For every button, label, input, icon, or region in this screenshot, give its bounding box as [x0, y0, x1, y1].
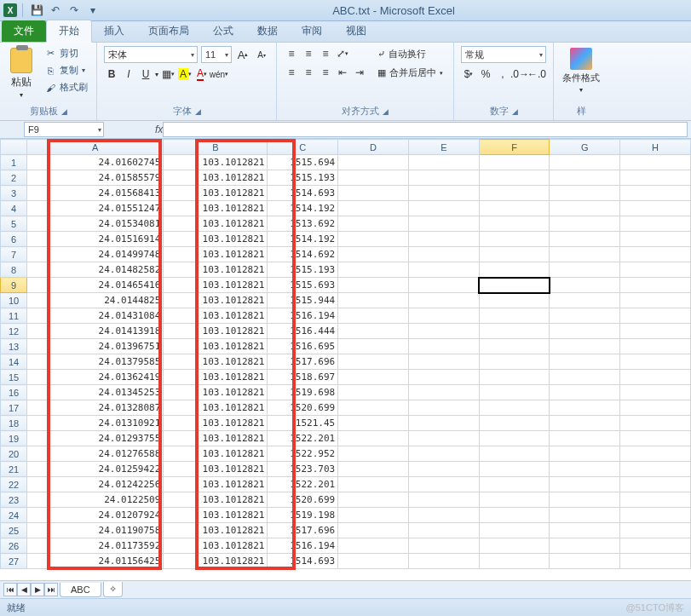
- cell[interactable]: [550, 232, 620, 247]
- cell[interactable]: [408, 339, 479, 354]
- cell[interactable]: 1516.695: [268, 339, 338, 354]
- cell[interactable]: [408, 324, 479, 339]
- cell[interactable]: [408, 155, 479, 170]
- cell[interactable]: 1518.697: [268, 370, 338, 385]
- cell[interactable]: 1522.952: [268, 446, 338, 462]
- cell[interactable]: [408, 278, 479, 293]
- cell[interactable]: [479, 446, 550, 462]
- cell[interactable]: [338, 247, 409, 262]
- cell[interactable]: [408, 370, 479, 385]
- bold-button[interactable]: B: [104, 66, 119, 82]
- cell[interactable]: 1522.201: [268, 477, 338, 492]
- row-header[interactable]: 13: [1, 339, 27, 354]
- cell[interactable]: [620, 354, 691, 370]
- cell[interactable]: 103.1012821: [164, 339, 268, 354]
- dialog-launcher[interactable]: ◢: [195, 107, 201, 116]
- cell[interactable]: [479, 216, 550, 232]
- cell[interactable]: [550, 523, 620, 538]
- cell[interactable]: [408, 216, 479, 232]
- cell[interactable]: [620, 431, 691, 446]
- cell[interactable]: [550, 538, 620, 554]
- cell[interactable]: [479, 416, 550, 431]
- cell[interactable]: 1519.698: [268, 385, 338, 400]
- cell[interactable]: [338, 523, 409, 538]
- cell[interactable]: [550, 554, 620, 569]
- cell[interactable]: [550, 370, 620, 385]
- cell[interactable]: 1514.693: [268, 554, 338, 569]
- cell[interactable]: [620, 400, 691, 416]
- cell[interactable]: [620, 155, 691, 170]
- cell[interactable]: [550, 186, 620, 201]
- increase-decimal-button[interactable]: .0→: [512, 66, 527, 82]
- cell[interactable]: 24.01534081: [27, 216, 164, 232]
- cell[interactable]: [620, 446, 691, 462]
- cell[interactable]: [408, 477, 479, 492]
- row-header[interactable]: 17: [1, 400, 27, 416]
- cell[interactable]: [620, 508, 691, 523]
- col-header-D[interactable]: D: [338, 140, 409, 155]
- cell[interactable]: [620, 232, 691, 247]
- align-middle-button[interactable]: ≡: [301, 46, 316, 61]
- cell[interactable]: 24.01431084: [27, 308, 164, 324]
- cell[interactable]: [550, 201, 620, 216]
- cell[interactable]: 103.1012821: [164, 538, 268, 554]
- cell[interactable]: [408, 201, 479, 216]
- cell[interactable]: [338, 201, 409, 216]
- cell[interactable]: [620, 247, 691, 262]
- cell[interactable]: [338, 492, 409, 508]
- cell[interactable]: 24.01379585: [27, 354, 164, 370]
- cell[interactable]: 103.1012821: [164, 201, 268, 216]
- cell[interactable]: [550, 400, 620, 416]
- cell[interactable]: 24.01413918: [27, 324, 164, 339]
- cell[interactable]: [479, 370, 550, 385]
- cell[interactable]: [338, 339, 409, 354]
- cell[interactable]: [338, 446, 409, 462]
- cell[interactable]: [408, 446, 479, 462]
- cell[interactable]: [338, 232, 409, 247]
- save-button[interactable]: 💾: [30, 3, 43, 17]
- cell[interactable]: [338, 262, 409, 278]
- cell[interactable]: 1514.692: [268, 247, 338, 262]
- cell[interactable]: [479, 523, 550, 538]
- tab-home[interactable]: 开始: [46, 20, 92, 43]
- col-header-E[interactable]: E: [408, 140, 479, 155]
- cell[interactable]: [408, 247, 479, 262]
- cell[interactable]: 24.01568413: [27, 186, 164, 201]
- cell[interactable]: [479, 293, 550, 308]
- row-header[interactable]: 9: [1, 278, 27, 293]
- cell[interactable]: 103.1012821: [164, 170, 268, 186]
- cell[interactable]: [479, 554, 550, 569]
- row-header[interactable]: 1: [1, 155, 27, 170]
- cell[interactable]: [550, 431, 620, 446]
- cell[interactable]: 1515.944: [268, 293, 338, 308]
- cell[interactable]: 24.01516914: [27, 232, 164, 247]
- cell[interactable]: 24.0144825: [27, 293, 164, 308]
- italic-button[interactable]: I: [121, 66, 136, 82]
- formula-input[interactable]: [163, 122, 688, 137]
- cell[interactable]: [338, 554, 409, 569]
- cell[interactable]: 24.01328087: [27, 400, 164, 416]
- cell[interactable]: [620, 293, 691, 308]
- cell[interactable]: 1514.693: [268, 186, 338, 201]
- sheet-nav-prev[interactable]: ◀: [17, 583, 31, 596]
- cell[interactable]: [479, 385, 550, 400]
- cell[interactable]: 1514.192: [268, 201, 338, 216]
- underline-button[interactable]: U: [138, 66, 153, 82]
- currency-button[interactable]: $▾: [461, 66, 476, 82]
- tab-view[interactable]: 视图: [334, 20, 378, 42]
- row-header[interactable]: 15: [1, 370, 27, 385]
- phonetic-button[interactable]: wén▾: [211, 66, 227, 82]
- cell[interactable]: 24.01482582: [27, 262, 164, 278]
- cell[interactable]: [479, 492, 550, 508]
- dialog-launcher[interactable]: ◢: [512, 107, 518, 116]
- row-header[interactable]: 5: [1, 216, 27, 232]
- cell[interactable]: [479, 201, 550, 216]
- cell[interactable]: [338, 400, 409, 416]
- cell[interactable]: 24.01362419: [27, 370, 164, 385]
- cell[interactable]: 103.1012821: [164, 370, 268, 385]
- cell[interactable]: 103.1012821: [164, 293, 268, 308]
- align-top-button[interactable]: ≡: [284, 46, 299, 61]
- number-format-select[interactable]: 常规▾: [461, 46, 546, 63]
- cell[interactable]: [479, 477, 550, 492]
- cell[interactable]: [338, 170, 409, 186]
